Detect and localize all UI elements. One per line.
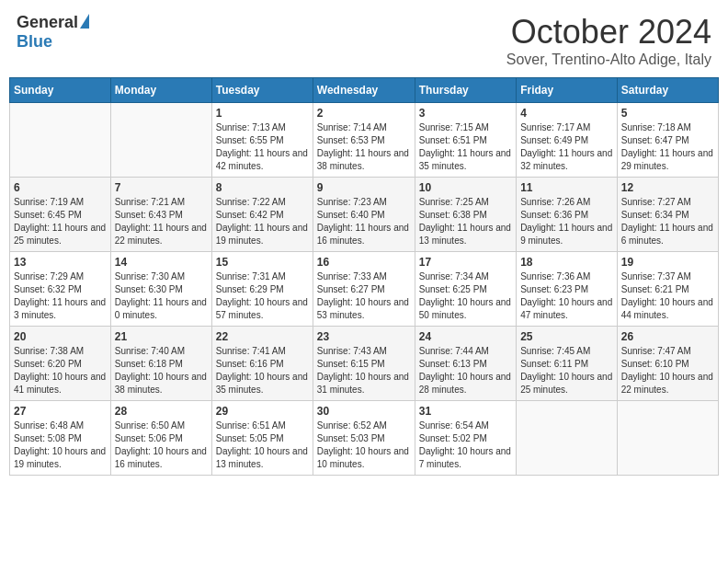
- calendar-cell: 30Sunrise: 6:52 AM Sunset: 5:03 PM Dayli…: [313, 401, 415, 476]
- calendar-cell: 17Sunrise: 7:34 AM Sunset: 6:25 PM Dayli…: [415, 252, 516, 327]
- calendar-week-row: 13Sunrise: 7:29 AM Sunset: 6:32 PM Dayli…: [10, 252, 719, 327]
- day-info: Sunrise: 7:30 AM Sunset: 6:30 PM Dayligh…: [115, 270, 208, 322]
- day-info: Sunrise: 7:14 AM Sunset: 6:53 PM Dayligh…: [317, 121, 411, 173]
- day-info: Sunrise: 7:47 AM Sunset: 6:10 PM Dayligh…: [621, 345, 714, 396]
- calendar-cell: [517, 401, 618, 476]
- day-number: 30: [317, 405, 411, 418]
- calendar-week-row: 6Sunrise: 7:19 AM Sunset: 6:45 PM Daylig…: [10, 178, 719, 252]
- day-number: 10: [419, 181, 512, 194]
- day-info: Sunrise: 7:26 AM Sunset: 6:36 PM Dayligh…: [520, 196, 613, 247]
- calendar-cell: [617, 401, 718, 476]
- weekday-header-tuesday: Tuesday: [211, 78, 313, 103]
- day-info: Sunrise: 7:18 AM Sunset: 6:47 PM Dayligh…: [621, 121, 714, 173]
- calendar-cell: 19Sunrise: 7:37 AM Sunset: 6:21 PM Dayli…: [617, 252, 718, 327]
- day-number: 25: [520, 330, 613, 343]
- calendar-cell: 22Sunrise: 7:41 AM Sunset: 6:16 PM Dayli…: [211, 327, 313, 401]
- calendar-cell: [10, 103, 111, 178]
- logo-general-text: General: [17, 13, 78, 32]
- day-info: Sunrise: 7:19 AM Sunset: 6:45 PM Dayligh…: [14, 196, 107, 247]
- calendar-cell: 29Sunrise: 6:51 AM Sunset: 5:05 PM Dayli…: [211, 401, 313, 476]
- day-info: Sunrise: 7:43 AM Sunset: 6:15 PM Dayligh…: [317, 345, 411, 396]
- calendar-cell: 1Sunrise: 7:13 AM Sunset: 6:55 PM Daylig…: [211, 103, 313, 178]
- day-info: Sunrise: 7:13 AM Sunset: 6:55 PM Dayligh…: [216, 121, 309, 173]
- day-info: Sunrise: 7:36 AM Sunset: 6:23 PM Dayligh…: [520, 270, 613, 322]
- calendar-cell: 16Sunrise: 7:33 AM Sunset: 6:27 PM Dayli…: [313, 252, 415, 327]
- day-info: Sunrise: 7:33 AM Sunset: 6:27 PM Dayligh…: [317, 270, 411, 322]
- day-number: 3: [419, 107, 512, 120]
- calendar-cell: 23Sunrise: 7:43 AM Sunset: 6:15 PM Dayli…: [313, 327, 415, 401]
- logo-blue-text: Blue: [17, 32, 52, 52]
- day-number: 9: [317, 181, 411, 194]
- calendar-cell: 20Sunrise: 7:38 AM Sunset: 6:20 PM Dayli…: [10, 327, 111, 401]
- calendar-cell: 24Sunrise: 7:44 AM Sunset: 6:13 PM Dayli…: [415, 327, 516, 401]
- calendar-cell: 12Sunrise: 7:27 AM Sunset: 6:34 PM Dayli…: [617, 178, 718, 252]
- day-number: 1: [216, 107, 309, 120]
- logo: General Blue: [17, 13, 89, 52]
- logo-triangle-icon: [80, 14, 89, 29]
- page-header: General Blue October 2024 Sover, Trentin…: [9, 9, 719, 72]
- weekday-header-wednesday: Wednesday: [313, 78, 415, 103]
- calendar-week-row: 20Sunrise: 7:38 AM Sunset: 6:20 PM Dayli…: [10, 327, 719, 401]
- day-info: Sunrise: 7:38 AM Sunset: 6:20 PM Dayligh…: [14, 345, 107, 396]
- calendar-cell: 31Sunrise: 6:54 AM Sunset: 5:02 PM Dayli…: [415, 401, 516, 476]
- day-info: Sunrise: 7:17 AM Sunset: 6:49 PM Dayligh…: [520, 121, 613, 173]
- day-info: Sunrise: 7:41 AM Sunset: 6:16 PM Dayligh…: [216, 345, 309, 396]
- day-number: 27: [14, 405, 107, 418]
- day-info: Sunrise: 7:40 AM Sunset: 6:18 PM Dayligh…: [115, 345, 208, 396]
- location-title: Sover, Trentino-Alto Adige, Italy: [506, 52, 711, 68]
- month-title: October 2024: [506, 13, 711, 52]
- day-number: 4: [520, 107, 613, 120]
- calendar-cell: 15Sunrise: 7:31 AM Sunset: 6:29 PM Dayli…: [211, 252, 313, 327]
- calendar-cell: 10Sunrise: 7:25 AM Sunset: 6:38 PM Dayli…: [415, 178, 516, 252]
- calendar-cell: 8Sunrise: 7:22 AM Sunset: 6:42 PM Daylig…: [211, 178, 313, 252]
- calendar-cell: 14Sunrise: 7:30 AM Sunset: 6:30 PM Dayli…: [110, 252, 211, 327]
- day-info: Sunrise: 7:45 AM Sunset: 6:11 PM Dayligh…: [520, 345, 613, 396]
- calendar-table: SundayMondayTuesdayWednesdayThursdayFrid…: [9, 77, 719, 476]
- day-number: 14: [115, 256, 208, 269]
- day-number: 29: [216, 405, 309, 418]
- day-number: 19: [621, 256, 714, 269]
- day-info: Sunrise: 7:23 AM Sunset: 6:40 PM Dayligh…: [317, 196, 411, 247]
- calendar-cell: 27Sunrise: 6:48 AM Sunset: 5:08 PM Dayli…: [10, 401, 111, 476]
- calendar-cell: 5Sunrise: 7:18 AM Sunset: 6:47 PM Daylig…: [617, 103, 718, 178]
- day-info: Sunrise: 7:21 AM Sunset: 6:43 PM Dayligh…: [115, 196, 208, 247]
- day-info: Sunrise: 6:48 AM Sunset: 5:08 PM Dayligh…: [14, 419, 107, 471]
- calendar-cell: 4Sunrise: 7:17 AM Sunset: 6:49 PM Daylig…: [517, 103, 618, 178]
- day-number: 12: [621, 181, 714, 194]
- calendar-cell: 25Sunrise: 7:45 AM Sunset: 6:11 PM Dayli…: [517, 327, 618, 401]
- calendar-cell: 26Sunrise: 7:47 AM Sunset: 6:10 PM Dayli…: [617, 327, 718, 401]
- day-number: 5: [621, 107, 714, 120]
- calendar-cell: 6Sunrise: 7:19 AM Sunset: 6:45 PM Daylig…: [10, 178, 111, 252]
- day-number: 17: [419, 256, 512, 269]
- day-info: Sunrise: 7:37 AM Sunset: 6:21 PM Dayligh…: [621, 270, 714, 322]
- day-info: Sunrise: 6:51 AM Sunset: 5:05 PM Dayligh…: [216, 419, 309, 471]
- day-info: Sunrise: 7:29 AM Sunset: 6:32 PM Dayligh…: [14, 270, 107, 322]
- day-number: 11: [520, 181, 613, 194]
- day-info: Sunrise: 7:44 AM Sunset: 6:13 PM Dayligh…: [419, 345, 512, 396]
- calendar-cell: 9Sunrise: 7:23 AM Sunset: 6:40 PM Daylig…: [313, 178, 415, 252]
- calendar-week-row: 27Sunrise: 6:48 AM Sunset: 5:08 PM Dayli…: [10, 401, 719, 476]
- day-info: Sunrise: 7:34 AM Sunset: 6:25 PM Dayligh…: [419, 270, 512, 322]
- day-info: Sunrise: 7:31 AM Sunset: 6:29 PM Dayligh…: [216, 270, 309, 322]
- day-number: 6: [14, 181, 107, 194]
- day-info: Sunrise: 6:52 AM Sunset: 5:03 PM Dayligh…: [317, 419, 411, 471]
- day-info: Sunrise: 6:50 AM Sunset: 5:06 PM Dayligh…: [115, 419, 208, 471]
- calendar-cell: 21Sunrise: 7:40 AM Sunset: 6:18 PM Dayli…: [110, 327, 211, 401]
- calendar-cell: 2Sunrise: 7:14 AM Sunset: 6:53 PM Daylig…: [313, 103, 415, 178]
- day-number: 2: [317, 107, 411, 120]
- calendar-cell: 28Sunrise: 6:50 AM Sunset: 5:06 PM Dayli…: [110, 401, 211, 476]
- day-number: 16: [317, 256, 411, 269]
- day-number: 8: [216, 181, 309, 194]
- weekday-header-thursday: Thursday: [415, 78, 516, 103]
- weekday-header-row: SundayMondayTuesdayWednesdayThursdayFrid…: [10, 78, 719, 103]
- day-info: Sunrise: 7:27 AM Sunset: 6:34 PM Dayligh…: [621, 196, 714, 247]
- calendar-cell: 13Sunrise: 7:29 AM Sunset: 6:32 PM Dayli…: [10, 252, 111, 327]
- day-number: 31: [419, 405, 512, 418]
- title-section: October 2024 Sover, Trentino-Alto Adige,…: [506, 13, 711, 68]
- calendar-cell: 18Sunrise: 7:36 AM Sunset: 6:23 PM Dayli…: [517, 252, 618, 327]
- day-info: Sunrise: 7:15 AM Sunset: 6:51 PM Dayligh…: [419, 121, 512, 173]
- day-info: Sunrise: 7:25 AM Sunset: 6:38 PM Dayligh…: [419, 196, 512, 247]
- day-number: 23: [317, 330, 411, 343]
- day-number: 24: [419, 330, 512, 343]
- calendar-cell: [110, 103, 211, 178]
